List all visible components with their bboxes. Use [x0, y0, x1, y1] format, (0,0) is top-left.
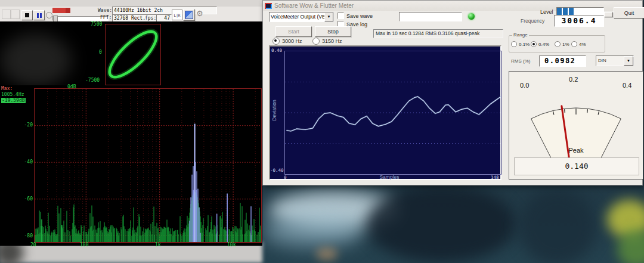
- toolbar-button[interactable]: [2, 10, 11, 19]
- lissajous-ellipse: [106, 24, 160, 85]
- save-wave-checkbox[interactable]: Save wave: [338, 13, 373, 19]
- wallpaper-glow: [316, 247, 338, 261]
- spectrum-x-tick: 20: [30, 242, 36, 247]
- stop-icon: [25, 13, 29, 17]
- audio-analyzer-window: Wave: 44100Hz 16bit 2ch FFT: 32768 Rect.…: [0, 0, 262, 246]
- wave-info-label: Wave:: [98, 8, 112, 13]
- pause-icon: [37, 13, 39, 18]
- quit-button[interactable]: Quit: [614, 7, 644, 18]
- range-option-label: 0.4%: [538, 42, 549, 47]
- stop-button[interactable]: [21, 10, 33, 20]
- analyzer-toolbar: Wave: 44100Hz 16bit 2ch FFT: 32768 Rect.…: [0, 0, 262, 22]
- plot-y-min-label: -0.40: [270, 168, 284, 173]
- freq-radio-3000[interactable]: 3000 Hz: [273, 38, 302, 45]
- spectrum-palette-icon: [185, 11, 193, 19]
- range-option-label: 4%: [579, 42, 586, 47]
- dropdown-arrow-icon[interactable]: ▼: [624, 56, 633, 66]
- fps-label: fps:: [145, 16, 156, 21]
- device-dropdown[interactable]: VoiceMeeter Output (VB- ▼: [269, 12, 334, 22]
- dropdown-arrow-icon[interactable]: ▼: [324, 13, 333, 21]
- weighting-value: DIN: [598, 58, 606, 63]
- spectrum-y-tick: -80: [21, 233, 33, 239]
- stop-run-button[interactable]: Stop: [315, 26, 351, 37]
- channel-toggle-button[interactable]: L|R: [172, 10, 182, 20]
- spectrum-plot: [34, 88, 262, 243]
- spectrum-chart: [35, 89, 261, 242]
- wow-flutter-window: Software Wow & Flutter Meter VoiceMeeter…: [262, 0, 643, 185]
- screen: Wave: 44100Hz 16bit 2ch FFT: 32768 Rect.…: [0, 0, 644, 263]
- spectrum-max-label: Max:: [1, 86, 13, 91]
- plot-x-min-label: 0: [284, 175, 287, 180]
- filename-input[interactable]: [399, 12, 462, 21]
- settings-wrench-icon[interactable]: ⚙: [196, 9, 206, 20]
- window-title: Software Wow & Flutter Meter: [274, 2, 354, 9]
- weighting-dropdown[interactable]: DIN ▼: [596, 55, 634, 66]
- device-dropdown-value: VoiceMeeter Output (VB-: [271, 14, 324, 20]
- freq-3000-label: 3000 Hz: [282, 38, 302, 44]
- fft-info-label: FFT:: [100, 15, 112, 20]
- range-radio-1[interactable]: 0.4%: [531, 41, 549, 47]
- level-label: Level: [540, 9, 553, 15]
- spectrum-x-tick: 10k: [227, 242, 236, 247]
- spectrum-max-db: -19.59dB: [1, 98, 26, 103]
- frequency-display: 3006.4: [554, 15, 604, 27]
- range-radio-3[interactable]: 4%: [571, 41, 586, 47]
- freq-3150-label: 3150 Hz: [322, 38, 342, 44]
- radio-icon: [555, 41, 561, 47]
- app-icon: [265, 3, 272, 9]
- range-option-label: 1%: [562, 42, 569, 47]
- save-wave-label: Save wave: [346, 13, 373, 19]
- radio-icon: [312, 38, 320, 45]
- peak-meter-panel: 0.0 0.2 0.4 Peak 0.140: [509, 71, 643, 180]
- rms-display: 0.0982: [539, 55, 586, 67]
- pause-button[interactable]: [33, 10, 45, 20]
- small-button[interactable]: [604, 12, 613, 17]
- range-radio-2[interactable]: 1%: [555, 41, 569, 47]
- dark-reflection: [0, 33, 72, 87]
- radio-icon: [273, 38, 280, 45]
- record-button[interactable]: [46, 12, 52, 18]
- radio-icon: [571, 41, 577, 47]
- frequency-label: Frequency: [521, 18, 544, 24]
- plot-y-max-label: 0.40: [271, 48, 282, 53]
- spectrum-x-tick: 1k: [155, 242, 161, 247]
- range-option-label: 0.1%: [519, 42, 530, 47]
- lissajous-plot: [105, 24, 161, 85]
- peak-label: Peak: [509, 147, 643, 154]
- plot-ylabel: Deviation: [271, 89, 277, 131]
- lissajous-y-max-label: 7500: [91, 21, 102, 27]
- wallpaper-trees: [519, 188, 596, 263]
- start-button[interactable]: Start: [275, 26, 312, 37]
- spectrum-y-tick: -60: [21, 196, 33, 202]
- spectrum-y-tick: -40: [21, 159, 33, 165]
- rms-label: RMS (%): [511, 58, 530, 64]
- lissajous-panel: 7500 0 -7500: [0, 21, 262, 85]
- peak-display: 0.140: [514, 157, 639, 175]
- pause-icon: [40, 13, 42, 18]
- spectrum-y-tick: -20: [21, 122, 33, 128]
- spectrum-x-tick: 100: [80, 242, 88, 247]
- lissajous-y-mid-label: 0: [99, 49, 102, 55]
- display-mode-button[interactable]: [183, 9, 195, 21]
- range-radio-0[interactable]: 0.1%: [511, 41, 530, 47]
- lissajous-y-min-label: -7500: [85, 78, 100, 83]
- status-display: Max in 10 sec 0.1284 RMS 0.3106 quasi-pe…: [373, 29, 503, 38]
- wallpaper-trees: [367, 185, 516, 262]
- wallpaper-cloud: [262, 215, 364, 247]
- plot-area: [284, 51, 501, 175]
- radio-icon: [531, 41, 537, 47]
- spectrum-panel: Max: 1005.4Hz -19.59dB 0dB -20 -40 -60 -…: [0, 85, 262, 246]
- deviation-chart: [285, 51, 501, 174]
- spectrum-max-freq: 1005.4Hz: [1, 92, 24, 97]
- plot-x-max-label: 148: [491, 175, 499, 180]
- clip-indicator: [52, 8, 70, 13]
- meter-scale-1: 0.2: [569, 76, 578, 83]
- freq-radio-3150[interactable]: 3150 Hz: [312, 38, 342, 45]
- signal-led-icon: [468, 13, 475, 20]
- checkbox-icon: [338, 13, 344, 19]
- range-label: Range: [512, 32, 529, 38]
- radio-icon: [511, 41, 517, 47]
- toolbar-button[interactable]: [11, 10, 20, 19]
- deviation-plot: 0.40 -0.40 Deviation 0 Samples 148: [269, 45, 501, 180]
- range-groupbox: Range 0.1% 0.4% 1% 4%: [509, 35, 605, 52]
